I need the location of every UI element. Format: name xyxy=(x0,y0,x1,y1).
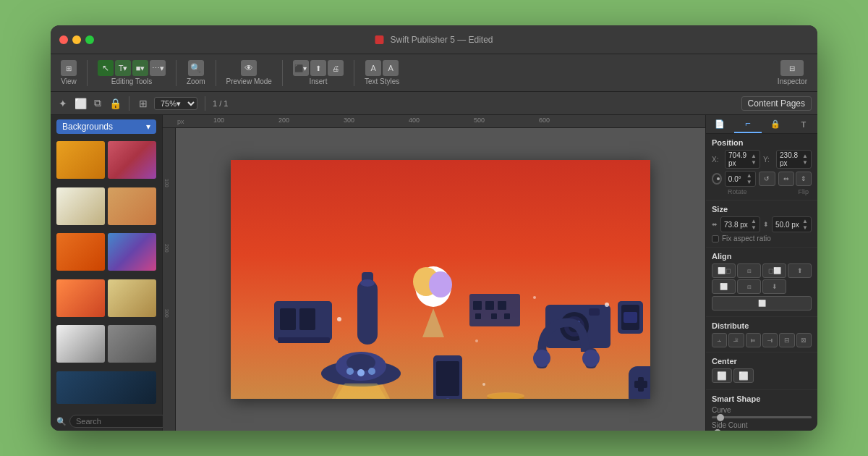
align-left-btn[interactable]: ⬜◻ xyxy=(712,263,736,278)
minimize-button[interactable] xyxy=(72,35,81,44)
size-title: Size xyxy=(712,205,812,214)
align-grid: ⬜◻ ⧈ ◻⬜ ⬆ ⬜ ⧈ ⬇ xyxy=(712,263,812,294)
preview-mode-tool[interactable]: 👁 Preview Mode xyxy=(222,57,276,88)
toolbar-sep-2 xyxy=(176,60,176,86)
insert-tool[interactable]: ⬛▾ ⬆ 🖨 Insert xyxy=(289,57,348,88)
thumbnail-item[interactable] xyxy=(56,279,105,317)
print-icon: 🖨 xyxy=(328,60,344,76)
dist-top-btn[interactable]: ⊟ xyxy=(779,333,794,347)
svg-point-74 xyxy=(533,296,536,299)
fix-aspect-checkbox[interactable] xyxy=(712,235,719,242)
align-title: Align xyxy=(712,252,812,261)
backgrounds-dropdown[interactable]: Backgrounds ▾ xyxy=(56,119,156,134)
curve-slider-thumb[interactable] xyxy=(717,414,724,421)
rotate-row: 0.0° ▲▼ ↺ ⇔ ⇕ xyxy=(712,171,812,187)
sec-sep2 xyxy=(205,96,205,111)
share-icon: ⬆ xyxy=(310,60,326,76)
position-title: Position xyxy=(712,138,812,147)
editing-tools[interactable]: ↖ T▾ ■▾ ⋯▾ Editing Tools xyxy=(93,57,170,88)
y-stepper[interactable]: ▲▼ xyxy=(802,153,808,166)
fullscreen-button[interactable] xyxy=(85,35,94,44)
rotate-stepper[interactable]: ▲▼ xyxy=(746,172,752,185)
inspector-tool[interactable]: ⊟ Inspector xyxy=(773,57,812,88)
center-h-btn[interactable]: ⬜ xyxy=(712,368,732,383)
rotate-flip-labels: Rotate Flip xyxy=(712,187,812,195)
center-v-btn[interactable]: ⬜ xyxy=(733,368,754,383)
height-field[interactable]: 50.0 px ▲▼ xyxy=(772,216,812,232)
thumbnail-item[interactable] xyxy=(108,141,156,179)
traffic-lights xyxy=(59,35,94,44)
height-stepper[interactable]: ▲▼ xyxy=(802,218,808,231)
flip-h-button[interactable]: ⇔ xyxy=(778,172,794,186)
more-tool-icon: ⋯▾ xyxy=(150,60,166,76)
curve-slider[interactable] xyxy=(712,416,812,418)
thumbnail-item[interactable] xyxy=(108,187,156,225)
thumbnail-grid xyxy=(51,138,162,412)
flip-v-button[interactable]: ⇕ xyxy=(796,172,812,186)
x-field[interactable]: 704.9 px ▲▼ xyxy=(725,150,760,169)
dist-equal-btn[interactable]: ⫣ xyxy=(762,333,778,347)
preview-icon: 👁 xyxy=(241,60,257,76)
align-section: Align ⬜◻ ⧈ ◻⬜ ⬆ ⬜ ⧈ ⬇ ⬜ xyxy=(706,248,817,317)
dist-bottom-btn[interactable]: ⊠ xyxy=(796,333,812,347)
canvas-area[interactable]: px 100 200 300 400 500 600 100 200 300 xyxy=(163,115,705,431)
y-field[interactable]: 230.8 px ▲▼ xyxy=(776,150,812,169)
image-icon[interactable]: ⬜ xyxy=(74,97,87,110)
width-stepper[interactable]: ▲▼ xyxy=(751,218,757,231)
thumbnail-item[interactable] xyxy=(56,233,105,271)
y-label: Y: xyxy=(763,156,773,164)
dist-left-btn[interactable]: ⫠ xyxy=(712,333,727,347)
align-bottom-btn[interactable]: ⬇ xyxy=(762,279,786,294)
width-field[interactable]: 73.8 px ▲▼ xyxy=(720,216,760,232)
inspector-tab-layout[interactable]: ⌐ xyxy=(734,115,762,133)
thumbnail-item[interactable] xyxy=(56,187,105,225)
center-title: Center xyxy=(712,357,812,366)
align-center-v-btn[interactable]: ⧈ xyxy=(737,279,761,294)
toolbar-sep-1 xyxy=(87,60,88,86)
align-center-h-btn[interactable]: ⧈ xyxy=(737,263,761,278)
document-canvas[interactable]: ♪ xyxy=(231,160,650,399)
align-bottom-bottom-btn[interactable]: ⬜ xyxy=(712,296,812,311)
side-count-slider-thumb[interactable] xyxy=(714,429,721,431)
view-tool[interactable]: ⊞ View xyxy=(56,57,81,88)
copy-icon[interactable]: ⧉ xyxy=(91,97,104,110)
inspector-tab-lock[interactable]: 🔒 xyxy=(762,115,790,133)
svg-rect-17 xyxy=(504,313,510,319)
x-stepper[interactable]: ▲▼ xyxy=(751,153,757,166)
star-icon[interactable]: ✦ xyxy=(56,97,69,110)
curve-slider-row xyxy=(712,416,812,418)
text-styles-tool[interactable]: A A Text Styles xyxy=(360,57,404,88)
align-top-btn[interactable]: ⬆ xyxy=(788,263,812,278)
inspector-tab-text[interactable]: T xyxy=(790,115,818,133)
close-button[interactable] xyxy=(59,35,68,44)
svg-rect-11 xyxy=(469,294,520,326)
thumbnail-item[interactable] xyxy=(108,233,156,271)
thumbnail-item[interactable] xyxy=(108,325,156,363)
thumbnail-item[interactable] xyxy=(56,371,156,404)
toolbar-sep-3 xyxy=(216,60,216,86)
size-row: ⬌ 73.8 px ▲▼ ⬍ 50.0 px ▲▼ xyxy=(712,216,812,232)
rotate-field[interactable]: 0.0° ▲▼ xyxy=(725,171,756,187)
svg-point-30 xyxy=(346,368,354,375)
zoom-tool[interactable]: 🔍 Zoom xyxy=(182,57,210,88)
lock-icon[interactable]: 🔒 xyxy=(109,97,122,110)
editing-tools-label: Editing Tools xyxy=(111,77,153,85)
title-bar: Swift Publisher 5 — Edited xyxy=(51,25,817,54)
zoom-select[interactable]: 75%▾ xyxy=(154,97,197,110)
thumbnail-item[interactable] xyxy=(56,141,105,179)
content-pages-label[interactable]: Content Pages xyxy=(741,96,812,111)
insert-label: Insert xyxy=(309,77,327,85)
rotate-button[interactable]: ↺ xyxy=(759,172,775,186)
grid-view-icon[interactable]: ⊞ xyxy=(137,97,150,110)
dist-center-btn[interactable]: ⫡ xyxy=(728,333,744,347)
svg-rect-41 xyxy=(634,381,647,388)
align-right-btn[interactable]: ◻⬜ xyxy=(762,263,786,278)
rotate-dial[interactable] xyxy=(712,173,722,185)
dist-right-btn[interactable]: ⫢ xyxy=(746,333,761,347)
side-count-label: Side Count xyxy=(712,421,812,429)
svg-point-6 xyxy=(360,279,375,287)
align-top-top-btn[interactable]: ⬜ xyxy=(712,279,736,294)
thumbnail-item[interactable] xyxy=(56,325,105,363)
thumbnail-item[interactable] xyxy=(108,279,156,317)
inspector-tab-doc[interactable]: 📄 xyxy=(706,115,734,133)
